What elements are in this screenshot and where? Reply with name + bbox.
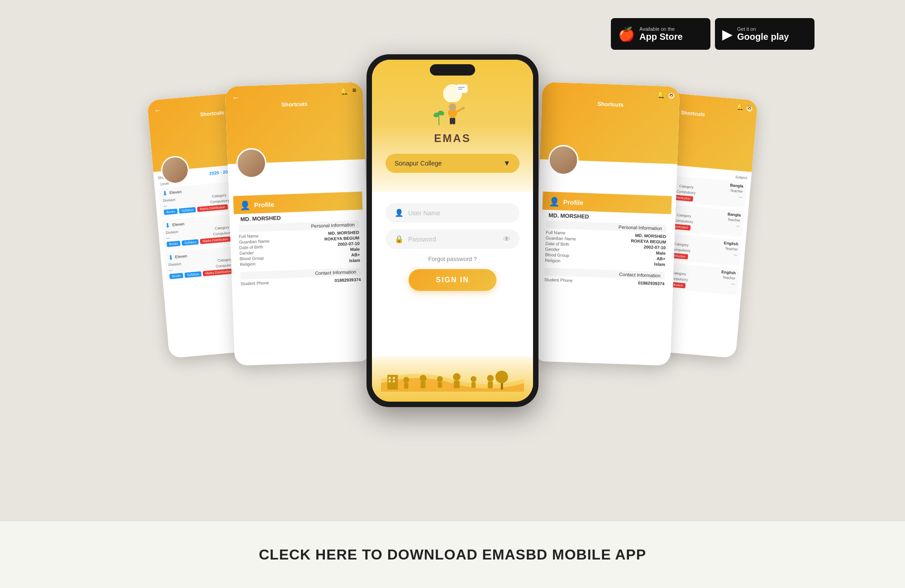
app-store-text: Available on the App Store — [639, 26, 683, 42]
phone-value: 01882939374 — [638, 280, 664, 286]
blood-value: AB+ — [351, 252, 360, 257]
teacher-label: Teacher — [730, 189, 743, 194]
app-store-badge[interactable]: 🍎 Available on the App Store — [611, 18, 710, 50]
svg-point-15 — [403, 377, 409, 383]
eye-icon[interactable]: 👁 — [503, 235, 510, 243]
expand-icon: ⬇ — [162, 190, 168, 198]
forgot-password-link[interactable]: Forgot password ? — [428, 256, 477, 262]
center-phone-screen: EMAS Sonapur College ▼ 👤 User Name — [372, 60, 533, 402]
full-name-value: MD. MORSHED — [328, 230, 359, 236]
svg-point-12 — [462, 107, 465, 109]
svg-line-11 — [457, 109, 462, 112]
app-store-small-label: Available on the — [639, 26, 683, 32]
religion-value: Islam — [349, 258, 360, 263]
marks-btn[interactable]: Marks Distribution — [203, 269, 233, 276]
svg-rect-13 — [450, 118, 452, 124]
svg-rect-33 — [393, 380, 395, 383]
division-value: — — [169, 268, 173, 272]
college-name: Sonapur College — [395, 160, 442, 167]
svg-rect-5 — [458, 89, 462, 90]
app-store-big-label: App Store — [639, 32, 683, 42]
category-value: Compulsory — [213, 231, 232, 236]
subject-level: Eleven — [169, 189, 182, 194]
login-top-section: EMAS Sonapur College ▼ — [372, 60, 533, 192]
svg-point-10 — [449, 104, 456, 111]
right-inner-phone: ⚙ 🔔 ≡ Shortcuts 👤 Profile MD. MORSHED — [533, 82, 680, 366]
password-placeholder: Password — [408, 236, 499, 243]
emas-illustration — [425, 82, 480, 132]
category-label: Category — [674, 242, 689, 247]
religion-label: Religion — [545, 258, 561, 263]
profile-icon: 👤 — [240, 200, 251, 211]
svg-rect-22 — [454, 381, 460, 389]
subject-name: Bangla — [727, 212, 741, 217]
svg-rect-4 — [458, 87, 465, 88]
svg-point-19 — [437, 376, 443, 382]
phone-label: Student Phone — [240, 280, 269, 286]
subject-level: Eleven — [175, 253, 187, 259]
left-inner-phone: ← 🔔 ≡ Shortcuts 👤 Profile MD. MORSHED — [225, 82, 372, 366]
phones-showcase: ← 🔔 ≡ Shortcuts Show / Hide 2020 - 2021 … — [136, 54, 769, 461]
download-cta-text: CLECK HERE TO DOWNLOAD EMASBD MOBILE APP — [259, 546, 646, 563]
svg-rect-16 — [404, 383, 408, 389]
category-value: Compulsory — [676, 190, 696, 195]
profile-icon: 👤 — [549, 196, 560, 207]
phone-label: Student Phone — [544, 277, 572, 283]
books-btn[interactable]: Books — [167, 241, 181, 247]
dob-value: 2002-07-10 — [643, 245, 666, 250]
subject-level: Eleven — [172, 221, 185, 227]
contact-section: Contact Information Student Phone 018829… — [540, 266, 669, 289]
google-play-icon: ▶ — [722, 26, 733, 42]
teacher-label: Teacher — [722, 275, 735, 280]
svg-point-21 — [453, 373, 461, 381]
college-selector[interactable]: Sonapur College ▼ — [386, 154, 519, 173]
full-name-label: Full Name — [546, 230, 566, 235]
guardian-label: Guardian Name — [546, 236, 576, 242]
syllabus-btn[interactable]: Syllabus — [179, 207, 196, 214]
religion-label: Religion — [240, 261, 256, 267]
svg-rect-31 — [393, 377, 395, 379]
password-field[interactable]: 🔒 Password 👁 — [386, 229, 519, 249]
division-label: Division — [166, 230, 178, 235]
division-label: Division — [168, 262, 181, 267]
gender-label: Gender — [545, 247, 560, 252]
syllabus-btn[interactable]: Syllabus — [185, 271, 202, 278]
books-btn[interactable]: Books — [169, 273, 183, 279]
store-badges-container: 🍎 Available on the App Store ▶ Get it on… — [611, 18, 814, 50]
gear-icon: ⚙ — [746, 104, 754, 114]
gender-value: Male — [656, 251, 666, 256]
division-value: — — [163, 204, 167, 208]
gender-value: Male — [350, 247, 360, 251]
guardian-value: ROKEYA BEGUM — [631, 238, 666, 244]
profile-label: Profile — [254, 200, 274, 209]
personal-info-section: Personal Information Full Name MD. MORSH… — [540, 218, 671, 270]
sign-in-button[interactable]: SIGN IN — [409, 269, 496, 291]
google-play-big-label: Google play — [737, 32, 789, 42]
google-play-badge[interactable]: ▶ Get it on Google play — [715, 18, 814, 50]
apple-icon: 🍎 — [618, 26, 635, 42]
teacher-value: — — [736, 224, 740, 228]
blood-label: Blood Group — [545, 252, 569, 258]
menu-icon: ≡ — [352, 86, 357, 95]
full-name-value: MD. MORSHED — [635, 233, 666, 239]
religion-value: Islam — [654, 262, 665, 267]
bell-icon: 🔔 — [340, 87, 349, 95]
download-banner[interactable]: CLECK HERE TO DOWNLOAD EMASBD MOBILE APP — [0, 520, 905, 588]
books-btn[interactable]: Books — [164, 209, 178, 215]
svg-point-28 — [495, 370, 508, 383]
username-field[interactable]: 👤 User Name — [386, 203, 519, 223]
login-form: 👤 User Name 🔒 Password 👁 Forgot password… — [372, 192, 533, 356]
personal-info-section: Personal Information Full Name MD. MORSH… — [234, 218, 364, 270]
marks-btn[interactable]: Marks Distribution — [197, 204, 228, 212]
syllabus-btn[interactable]: Syllabus — [182, 239, 199, 246]
app-name-label: EMAS — [434, 132, 471, 145]
marks-btn[interactable]: Marks Distribution — [200, 237, 231, 244]
login-footer — [372, 356, 533, 402]
phone-notch — [430, 64, 475, 76]
category-value: Compulsory — [674, 218, 693, 224]
category-label: Category — [212, 193, 227, 199]
svg-rect-18 — [420, 382, 425, 389]
main-content: ← 🔔 ≡ Shortcuts Show / Hide 2020 - 2021 … — [0, 54, 905, 588]
lock-icon: 🔒 — [395, 235, 404, 243]
svg-rect-30 — [389, 377, 391, 379]
